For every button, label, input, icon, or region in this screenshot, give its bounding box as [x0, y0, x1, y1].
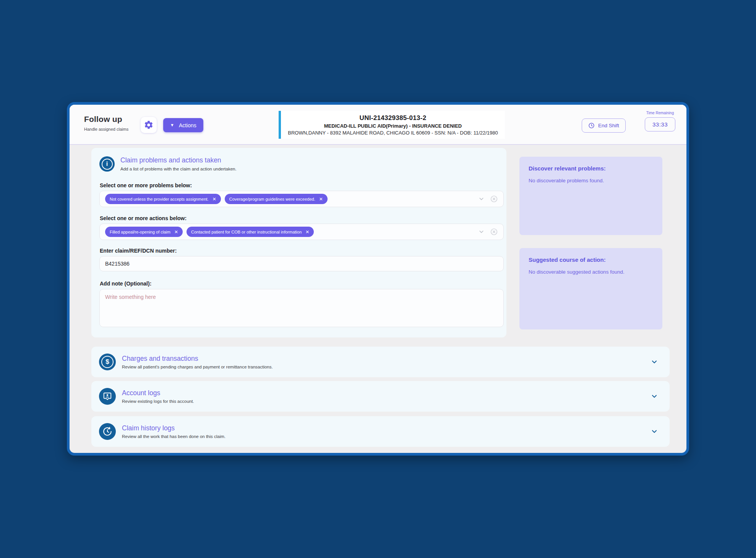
time-remaining-label: Time Remaining: [645, 111, 675, 115]
clear-selection-icon[interactable]: [490, 228, 498, 236]
actions-chip-list: Filled appeal/re-opening of claim✕Contac…: [105, 227, 474, 237]
chip-label: Filled appeal/re-opening of claim: [110, 230, 170, 234]
note-label: Add note (Optional):: [100, 281, 151, 287]
actions-button-label: Actions: [179, 122, 196, 128]
section-title: Charges and transactions: [122, 355, 644, 363]
chip-remove-icon[interactable]: ✕: [213, 197, 216, 201]
claim-problems-subtitle: Add a list of problems with the claim an…: [120, 167, 237, 171]
clear-selection-icon[interactable]: [490, 195, 498, 203]
actions-select-icons: [478, 228, 498, 236]
section-title: Claim history logs: [122, 424, 644, 432]
section-title: Account logs: [122, 389, 644, 397]
chevron-down-icon[interactable]: [651, 358, 658, 366]
problems-chip-list: Not covered unless the provider accepts …: [105, 194, 474, 204]
claim-id: UNI-214329385-013-2: [360, 114, 427, 122]
page-header: Follow up Handle assigned claims: [84, 115, 128, 131]
problems-select-label: Select one or more problems below:: [100, 182, 192, 188]
section-subtitle: Review all the work that has been done o…: [122, 434, 644, 439]
page-title: Follow up: [84, 115, 128, 124]
chevron-down-icon[interactable]: [651, 393, 658, 400]
suggested-action-panel: Suggested course of action: No discovera…: [519, 248, 662, 329]
claim-patient-line: BROWN,DANNY - 8392 MALAHIDE ROAD, CHICAG…: [288, 130, 498, 136]
actions-multiselect[interactable]: Filled appeal/re-opening of claim✕Contac…: [99, 224, 504, 240]
section-subtitle: Review existing logs for this account.: [122, 399, 644, 404]
claim-problems-titles: Claim problems and actions taken Add a l…: [120, 156, 237, 172]
discover-problems-body: No discoverable problems found.: [529, 178, 653, 183]
selected-option-chip[interactable]: Contacted patient for COB or other instr…: [187, 227, 314, 237]
chevron-down-icon[interactable]: [478, 196, 485, 202]
end-shift-button[interactable]: End Shift: [582, 118, 626, 133]
claim-payer-line: MEDICAD-ILL PUBLIC AID(Primary) - INSURA…: [324, 123, 462, 129]
chip-remove-icon[interactable]: ✕: [305, 230, 309, 234]
section-account-logs[interactable]: Account logs Review existing logs for th…: [91, 381, 670, 412]
info-icon: i: [99, 156, 115, 172]
caret-down-icon: ▼: [170, 123, 174, 127]
chevron-down-icon[interactable]: [478, 229, 485, 235]
chip-label: Contacted patient for COB or other instr…: [191, 230, 302, 234]
desktop-background: { "header": { "title": "Follow up", "sub…: [0, 0, 756, 558]
selected-option-chip[interactable]: Not covered unless the provider accepts …: [105, 194, 221, 204]
claim-problems-header: i Claim problems and actions taken Add a…: [99, 156, 237, 172]
claim-problems-card: i Claim problems and actions taken Add a…: [91, 148, 506, 337]
problems-multiselect[interactable]: Not covered unless the provider accepts …: [99, 191, 504, 207]
chevron-down-icon[interactable]: [651, 428, 658, 435]
claim-number-input[interactable]: [99, 256, 504, 271]
suggested-action-title: Suggested course of action:: [529, 256, 653, 263]
history-icon: [99, 423, 116, 440]
section-charges-and-transactions[interactable]: $ Charges and transa: [91, 347, 670, 377]
app-window: Follow up Handle assigned claims ▼ Actio…: [67, 102, 689, 456]
time-remaining-value: 33:33: [645, 117, 675, 131]
problems-select-icons: [478, 195, 498, 203]
top-bar: Follow up Handle assigned claims ▼ Actio…: [70, 105, 686, 145]
chip-remove-icon[interactable]: ✕: [174, 230, 178, 234]
selected-option-chip[interactable]: Coverage/program guidelines were exceede…: [225, 194, 328, 204]
gear-icon: [144, 120, 154, 130]
discover-problems-title: Discover relevant problems:: [529, 165, 653, 172]
page-subtitle: Handle assigned claims: [84, 127, 128, 131]
actions-button[interactable]: ▼ Actions: [163, 118, 203, 132]
clock-icon: [588, 122, 595, 129]
end-shift-label: End Shift: [598, 123, 619, 128]
account-box-icon: [99, 388, 116, 405]
discover-problems-panel: Discover relevant problems: No discovera…: [519, 157, 662, 235]
chip-label: Not covered unless the provider accepts …: [110, 197, 209, 201]
time-remaining: Time Remaining 33:33: [645, 111, 675, 131]
claim-number-label: Enter claim/REF/DCN number:: [100, 248, 177, 254]
settings-button[interactable]: [141, 117, 157, 133]
dollar-circle-icon: $: [99, 354, 116, 370]
selected-option-chip[interactable]: Filled appeal/re-opening of claim✕: [105, 227, 183, 237]
note-textarea[interactable]: [99, 289, 504, 327]
claim-banner: UNI-214329385-013-2 MEDICAD-ILL PUBLIC A…: [279, 111, 505, 139]
actions-select-label: Select one or more actions below:: [100, 215, 187, 221]
chip-label: Coverage/program guidelines were exceede…: [229, 197, 315, 201]
claim-problems-title: Claim problems and actions taken: [120, 156, 237, 164]
section-claim-history-logs[interactable]: Claim history logs Review all the work t…: [91, 416, 670, 447]
suggested-action-body: No discoverable suggested actions found.: [529, 269, 653, 275]
chip-remove-icon[interactable]: ✕: [319, 197, 323, 201]
section-subtitle: Review all patient's pending charges and…: [122, 365, 644, 369]
